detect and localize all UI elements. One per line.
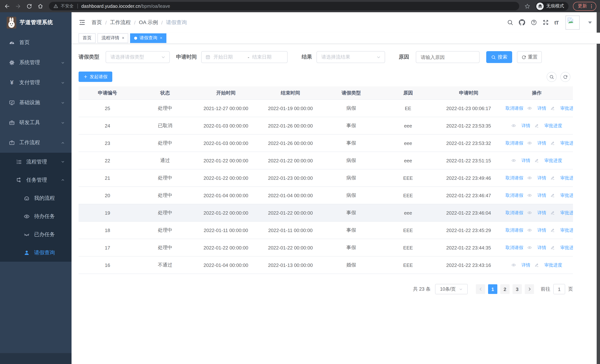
sidebar-item-devtools[interactable]: 研发工具: [0, 113, 72, 133]
action-cancel-link[interactable]: 取消请假: [501, 210, 523, 216]
url-text: dashboard.yudao.iocoder.cn/bpm/oa/leave: [81, 3, 170, 9]
action-cancel-link[interactable]: 取消请假: [501, 227, 523, 233]
sidebar-item-label: 流程管理: [26, 159, 47, 165]
toggle-search-button[interactable]: [547, 72, 557, 82]
sidebar-item-my-process[interactable]: 我的流程: [0, 189, 72, 207]
sidebar-fold-icon[interactable]: [79, 19, 86, 26]
sidebar-item-home[interactable]: 首页: [0, 33, 72, 53]
action-detail-link[interactable]: 详情: [511, 157, 530, 164]
end-date-placeholder[interactable]: 结束日期: [252, 54, 283, 60]
action-progress-link[interactable]: 审批进度: [550, 210, 573, 216]
action-detail-link[interactable]: 详情: [511, 122, 530, 129]
sidebar-item-workflow[interactable]: 工作流程: [0, 133, 72, 153]
breadcrumb-item[interactable]: OA 示例: [139, 19, 158, 26]
browser-scrollbar[interactable]: [597, 12, 600, 364]
action-detail-link[interactable]: 详情: [527, 175, 546, 181]
sidebar-item-done-task[interactable]: 已办任务: [0, 225, 72, 243]
action-detail-link[interactable]: 详情: [527, 210, 546, 216]
page-size-select[interactable]: 10条/页: [435, 284, 468, 294]
sidebar-item-leave-query[interactable]: 请假查询: [0, 243, 72, 262]
page-button-3[interactable]: 3: [513, 284, 522, 294]
request-id-cell: 22: [79, 158, 136, 163]
next-page-button[interactable]: [525, 284, 534, 294]
page-button-1[interactable]: 1: [488, 284, 497, 294]
action-progress-link[interactable]: 审批进度: [534, 122, 562, 129]
reason-input[interactable]: [421, 52, 475, 63]
action-detail-link[interactable]: 详情: [527, 192, 546, 198]
sidebar-user-icon: [24, 250, 30, 256]
help-icon[interactable]: [531, 19, 537, 26]
sidebar-item-infra[interactable]: 基础设施: [0, 93, 72, 113]
action-detail-link[interactable]: 详情: [527, 227, 546, 233]
sidebar-item-system[interactable]: 系统管理: [0, 53, 72, 73]
leave-type-cell: 事假: [323, 227, 380, 233]
action-progress-link[interactable]: 审批进度: [550, 244, 573, 251]
plus-icon: [83, 75, 88, 79]
action-detail-link[interactable]: 详情: [527, 244, 546, 251]
tab-close-icon[interactable]: ×: [122, 36, 124, 40]
prev-page-button[interactable]: [476, 284, 485, 294]
action-progress-link[interactable]: 审批进度: [550, 175, 573, 181]
action-cancel-link[interactable]: 取消请假: [501, 105, 523, 111]
security-warning-icon[interactable]: [53, 4, 58, 9]
action-progress-link[interactable]: 审批进度: [550, 227, 573, 233]
breadcrumb-item[interactable]: 首页: [92, 19, 102, 26]
app-logo-row[interactable]: 芋道管理系统: [0, 12, 72, 33]
result-select[interactable]: 请选择流结果: [317, 51, 385, 63]
apply-time-cell: 2022-01-22 23:43:16: [437, 262, 501, 268]
leave-type-select[interactable]: 请选择请假类型: [106, 51, 170, 63]
table-row: 22通过2022-01-22 00:00:002022-01-22 00:00:…: [79, 152, 573, 169]
action-progress-link[interactable]: 审批进度: [550, 192, 573, 198]
browser-reload-icon[interactable]: [24, 1, 34, 11]
goto-page-input[interactable]: [553, 284, 565, 294]
reset-button[interactable]: 重置: [517, 51, 542, 63]
action-cancel-link[interactable]: 取消请假: [501, 192, 523, 198]
action-progress-link[interactable]: 审批进度: [534, 262, 562, 268]
action-label: 审批进度: [560, 105, 573, 111]
action-label: 取消请假: [506, 105, 523, 111]
tab-process-detail[interactable]: 流程详情×: [97, 33, 128, 43]
action-progress-link[interactable]: 审批进度: [550, 140, 573, 146]
tab-leave-query[interactable]: 请假查询×: [130, 33, 166, 43]
browser-home-icon[interactable]: [36, 1, 45, 11]
header-search-icon[interactable]: [507, 19, 513, 26]
browser-update-button[interactable]: 更新: [573, 2, 596, 10]
breadcrumb-item[interactable]: 工作流程: [110, 19, 131, 26]
tab-close-icon[interactable]: ×: [160, 36, 162, 40]
action-cancel-link[interactable]: 取消请假: [501, 140, 523, 146]
request-id-cell: 19: [79, 210, 136, 215]
create-leave-button[interactable]: 发起请假: [79, 72, 112, 82]
sidebar-item-todo-task[interactable]: 待办任务: [0, 207, 72, 225]
avatar[interactable]: [565, 15, 580, 29]
bookmark-star-icon[interactable]: [523, 2, 532, 10]
refresh-table-button[interactable]: [560, 72, 570, 82]
action-cancel-link[interactable]: 取消请假: [501, 244, 523, 251]
avatar-caret-icon[interactable]: [588, 21, 592, 24]
fullscreen-icon[interactable]: [543, 19, 549, 26]
status-cell: 处理中: [136, 140, 194, 146]
browser-menu-icon[interactable]: [589, 3, 594, 9]
sidebar-briefcase-icon: [9, 140, 15, 146]
github-icon[interactable]: [519, 19, 525, 26]
browser-forward-icon[interactable]: [13, 1, 23, 11]
action-progress-link[interactable]: 审批进度: [550, 105, 573, 111]
action-progress-link[interactable]: 审批进度: [534, 157, 562, 164]
search-button[interactable]: 搜索: [486, 51, 512, 63]
table-row: 25处理中2021-12-27 00:00:002022-01-19 00:00…: [79, 100, 573, 117]
sidebar-item-task-mgmt[interactable]: 任务管理: [0, 171, 72, 189]
page-button-2[interactable]: 2: [500, 284, 510, 294]
goto-label: 前往: [541, 286, 550, 292]
sidebar-item-process-mgmt[interactable]: 流程管理: [0, 153, 72, 171]
action-detail-link[interactable]: 详情: [527, 140, 546, 146]
browser-back-icon[interactable]: [2, 1, 12, 11]
action-cancel-link[interactable]: 取消请假: [501, 175, 523, 181]
font-size-icon[interactable]: tT: [554, 19, 559, 25]
url-bar[interactable]: 不安全 dashboard.yudao.iocoder.cn/bpm/oa/le…: [49, 2, 519, 10]
tab-home[interactable]: 首页: [79, 33, 96, 43]
start-date-placeholder[interactable]: 开始日期: [214, 54, 245, 60]
search-icon: [549, 74, 554, 79]
sidebar-item-payment[interactable]: ¥支付管理: [0, 73, 72, 93]
apply-time-range-picker[interactable]: 开始日期 - 结束日期: [201, 51, 288, 63]
action-detail-link[interactable]: 详情: [527, 105, 546, 111]
action-detail-link[interactable]: 详情: [511, 262, 530, 268]
